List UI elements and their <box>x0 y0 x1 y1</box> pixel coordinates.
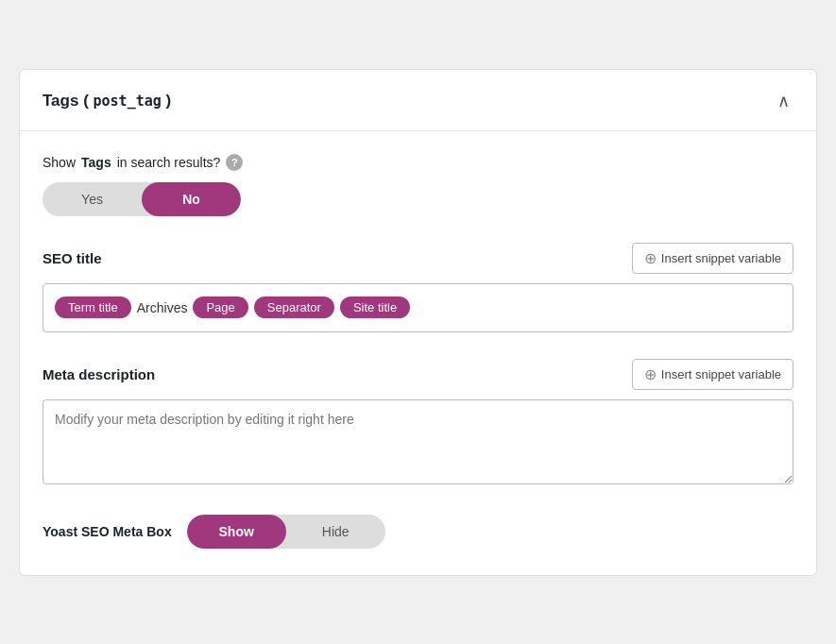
site-title-pill[interactable]: Site title <box>340 297 410 318</box>
no-button[interactable]: No <box>142 182 241 216</box>
tags-panel: Tags ( post_tag ) ∧ Show Tags in search … <box>19 69 817 576</box>
help-icon[interactable]: ? <box>226 154 243 171</box>
meta-description-row: Meta description ⊕ Insert snippet variab… <box>43 359 793 390</box>
meta-description-heading: Meta description <box>43 366 155 382</box>
show-hide-toggle: Show Hide <box>187 515 385 549</box>
show-button[interactable]: Show <box>187 515 286 549</box>
panel-title: Tags ( post_tag ) <box>43 92 171 110</box>
panel-header: Tags ( post_tag ) ∧ <box>20 70 816 131</box>
meta-description-textarea[interactable] <box>43 399 793 484</box>
meta-plus-icon: ⊕ <box>644 365 657 383</box>
separator-pill[interactable]: Separator <box>254 297 334 318</box>
collapse-button[interactable]: ∧ <box>774 87 793 115</box>
seo-title-insert-snippet-button[interactable]: ⊕ Insert snippet variable <box>632 243 793 274</box>
page-pill[interactable]: Page <box>193 297 247 318</box>
archives-text: Archives <box>137 300 188 315</box>
yes-no-toggle: Yes No <box>43 182 241 216</box>
yes-button[interactable]: Yes <box>43 182 142 216</box>
yoast-meta-box-section: Yoast SEO Meta Box Show Hide <box>43 515 793 549</box>
yoast-meta-box-label: Yoast SEO Meta Box <box>43 524 172 539</box>
seo-title-section: SEO title ⊕ Insert snippet variable Term… <box>43 243 793 332</box>
plus-icon: ⊕ <box>644 249 657 267</box>
hide-button[interactable]: Hide <box>286 515 385 549</box>
search-results-section: Show Tags in search results? ? Yes No <box>43 154 793 216</box>
seo-title-row: SEO title ⊕ Insert snippet variable <box>43 243 793 274</box>
term-title-pill[interactable]: Term title <box>55 297 131 318</box>
search-results-label: Show Tags in search results? ? <box>43 154 793 171</box>
yoast-meta-box-row: Yoast SEO Meta Box Show Hide <box>43 515 793 549</box>
seo-title-heading: SEO title <box>43 250 102 266</box>
seo-title-input-area[interactable]: Term title Archives Page Separator Site … <box>43 283 793 332</box>
meta-description-insert-snippet-button[interactable]: ⊕ Insert snippet variable <box>632 359 793 390</box>
panel-body: Show Tags in search results? ? Yes No SE… <box>20 131 816 575</box>
meta-description-section: Meta description ⊕ Insert snippet variab… <box>43 359 793 488</box>
